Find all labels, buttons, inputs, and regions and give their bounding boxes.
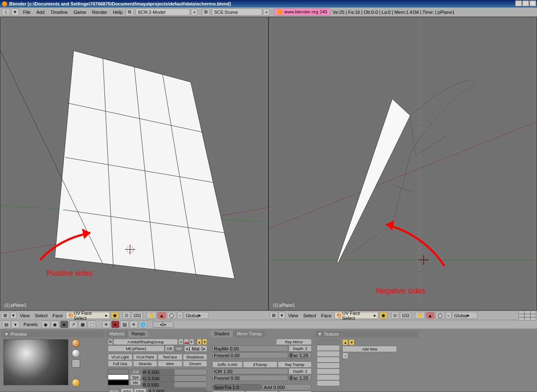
tex-slot-5[interactable]	[317, 368, 340, 374]
zinvert-button[interactable]: ZInvert	[183, 361, 208, 367]
orientation-selector[interactable]: Global▸	[184, 312, 209, 319]
shading-icon-r[interactable]: ◉	[379, 312, 388, 319]
tex-clear-icon[interactable]: ▫	[342, 353, 348, 359]
wire-button[interactable]: Wire	[158, 361, 182, 367]
depth2-field[interactable]: Depth: 2	[289, 368, 312, 374]
scale-icon-r[interactable]: ▫	[446, 312, 451, 319]
me-button[interactable]: ME	[175, 345, 184, 352]
menu-timeline[interactable]: Timeline	[47, 10, 70, 15]
menu-render[interactable]: Render	[89, 10, 110, 15]
menu-add[interactable]: Add	[34, 10, 48, 15]
tex-slot-7[interactable]	[317, 380, 340, 386]
object-context-icon[interactable]: ↗	[69, 321, 78, 328]
world-subcontext-icon[interactable]: 🌐	[139, 321, 147, 328]
scene-selector[interactable]: SCE:Scene	[212, 8, 262, 16]
spe-swatch[interactable]	[108, 374, 129, 380]
dropdown-icon[interactable]: ▾	[11, 8, 19, 16]
translate-icon-r[interactable]: ▲	[426, 312, 435, 319]
vcol-light-button[interactable]: VCol Light	[108, 354, 133, 360]
screen-selector[interactable]: SCR:2-Model	[136, 8, 190, 16]
manipulator-icon[interactable]: ✋	[146, 312, 156, 319]
mode-selector-r[interactable]: 🎨UV Face Select▸	[334, 312, 378, 319]
shading-group-field[interactable]: A:initialShadingGroup	[113, 339, 178, 345]
mesh-name-field[interactable]: ME:pPlane1	[108, 345, 164, 352]
shadeless-button[interactable]: Shadeless	[183, 354, 208, 360]
pivot-icon-r[interactable]: ⊙	[391, 312, 399, 319]
fresnel2-slider[interactable]: Fresnel 0.00	[212, 375, 288, 381]
close-button[interactable]: ×	[529, 0, 536, 6]
mir-swatch[interactable]	[108, 380, 129, 385]
vp-face[interactable]: Face	[50, 313, 65, 318]
tab-ramps[interactable]: Ramps	[128, 331, 149, 337]
alpha-slider[interactable]: A 1.000	[147, 388, 207, 392]
preview-flat-icon[interactable]	[72, 339, 80, 348]
vp-view[interactable]: View	[17, 313, 32, 318]
r-slider[interactable]: R 0.500	[141, 369, 207, 375]
raymir-slider[interactable]: RayMir 0.00	[212, 345, 288, 352]
menu-help[interactable]: Help	[110, 10, 126, 15]
edit-context-icon[interactable]: ▦	[78, 321, 87, 328]
pivot-dropdown-icon-r[interactable]: ⊡⊡	[400, 312, 412, 319]
blender-link[interactable]: 🟠 www.blender.org 240	[274, 8, 330, 16]
spectra-slider[interactable]: SpecTra 1.0	[212, 384, 262, 390]
col-swatch[interactable]	[108, 369, 129, 374]
panels-dropdown-icon[interactable]: ▾	[11, 321, 20, 328]
orientation-selector-r[interactable]: Global▸	[452, 312, 477, 319]
preview-refresh-icon[interactable]	[72, 379, 80, 387]
ray-transp-button[interactable]: Ray Transp	[278, 361, 312, 368]
col-button[interactable]: Col	[130, 369, 141, 374]
frame-field[interactable]: ◂ 1 ▸	[153, 321, 174, 328]
tab-mirror[interactable]: Mirror Transp	[233, 331, 265, 337]
menu-game[interactable]: Game	[70, 10, 89, 15]
tex-up-icon[interactable]: ▴	[342, 339, 348, 345]
full-osa-button[interactable]: Full Osa	[108, 361, 133, 367]
vp-select[interactable]: Select	[32, 313, 50, 318]
manipulator-icon-r[interactable]: ✋	[415, 312, 425, 319]
mat-count[interactable]: ◂ 1 Mat 1 ▸	[184, 345, 207, 352]
mat-car-icon[interactable]: 🚗	[184, 339, 189, 345]
view-type-icon[interactable]: ⊞	[1, 312, 9, 319]
rotate-icon-r[interactable]: ◯	[435, 312, 445, 319]
mat-nodes-up[interactable]: ▴	[197, 339, 202, 345]
b-slider[interactable]: B 0.500	[141, 382, 207, 388]
ob-button[interactable]: OB	[165, 345, 174, 352]
viewport-left[interactable]: Positive sides (1) pPlane1	[0, 17, 268, 311]
tex-slot-0[interactable]	[317, 339, 340, 345]
tex-slot-6[interactable]	[317, 374, 340, 380]
tab-shaders[interactable]: Shaders	[211, 331, 233, 337]
add-new-button[interactable]: Add New	[342, 346, 397, 352]
texture-subcontext-icon[interactable]: ▨	[120, 321, 129, 328]
maximize-button[interactable]: ▫	[522, 0, 529, 6]
tex-slot-2[interactable]	[317, 351, 340, 357]
shading-icon[interactable]: ◉	[111, 312, 119, 319]
minimize-button[interactable]: _	[515, 0, 522, 6]
scene-close[interactable]: ×	[263, 9, 270, 16]
radiosity-subcontext-icon[interactable]: ✳	[130, 321, 138, 328]
preview-cube-icon[interactable]	[72, 359, 80, 368]
vp-select-r[interactable]: Select	[301, 313, 319, 318]
tex-slot-1[interactable]	[317, 345, 340, 351]
add-slider[interactable]: Add 0.000	[262, 384, 312, 390]
shading-context-icon[interactable]: ●	[60, 321, 68, 328]
screen-close[interactable]: ×	[191, 9, 198, 16]
buttons-window-icon[interactable]: ▤	[2, 321, 10, 328]
material-subcontext-icon[interactable]: ●	[111, 321, 120, 328]
vcol-paint-button[interactable]: VCol Paint	[133, 354, 158, 360]
dyn-button[interactable]: DYN	[134, 388, 146, 392]
layer-buttons[interactable]	[519, 311, 536, 321]
pivot-dropdown-icon[interactable]: ⊡⊡	[131, 312, 143, 319]
ray-mirror-button[interactable]: Ray Mirror	[276, 339, 312, 345]
script-context-icon[interactable]: ◉	[51, 321, 59, 328]
vp-face-r[interactable]: Face	[318, 313, 334, 318]
tex-slot-3[interactable]	[317, 357, 340, 363]
mode-selector[interactable]: 🎨UV Face Select▸	[66, 312, 110, 319]
mat-f-button[interactable]: F	[189, 339, 194, 345]
translate-icon[interactable]: ▲	[157, 312, 166, 319]
scene-browse-icon[interactable]: ⧉	[202, 8, 210, 16]
screen-browse-icon[interactable]: ⧉	[125, 8, 134, 16]
ior-slider[interactable]: IOR 1.00	[212, 368, 288, 374]
fresnel-slider[interactable]: Fresnel 0.00	[212, 352, 288, 358]
depth-field[interactable]: Depth: 2	[289, 345, 312, 352]
hsv-button[interactable]: HSV	[121, 388, 133, 392]
scale-icon[interactable]: ▫	[177, 312, 183, 319]
